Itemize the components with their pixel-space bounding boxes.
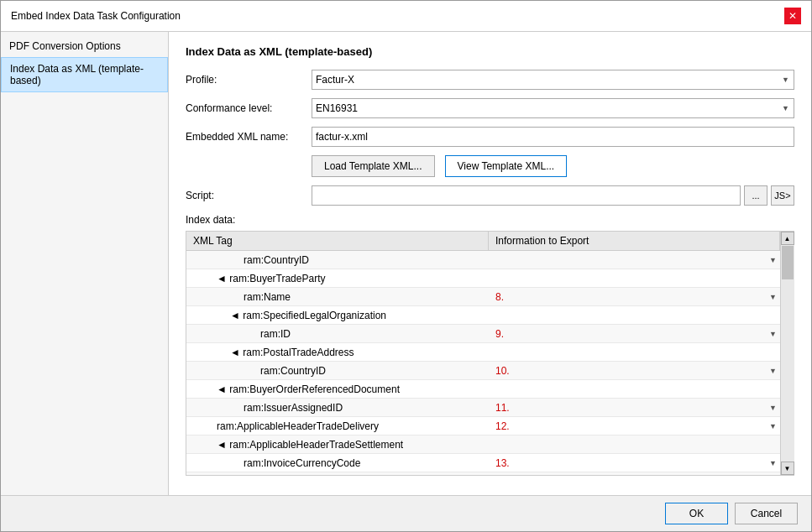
table-row[interactable]: ram:CountryID 10. ▼: [186, 362, 780, 380]
conformance-select[interactable]: EN16931 MINIMUM BASIC WL BASIC EXTENDED: [312, 98, 794, 118]
dropdown-arrow-icon: ▼: [769, 367, 777, 375]
cell-info: 8. ▼: [489, 289, 780, 305]
table-container: XML Tag Information to Export ram:Countr…: [186, 231, 794, 476]
cell-info: 12. ▼: [489, 419, 780, 434]
table-row[interactable]: ◄ ram:BuyerOrderReferencedDocument: [186, 380, 780, 399]
cell-xml-tag: ◄ ram:ApplicableHeaderTradeSettlement: [186, 437, 489, 452]
table-row[interactable]: ram:Name 8. ▼: [186, 288, 780, 306]
template-button-row: Load Template XML... View Template XML..…: [312, 155, 794, 177]
cell-xml-tag: ram:CountryID: [186, 253, 489, 268]
main-content: Index Data as XML (template-based) Profi…: [169, 32, 811, 495]
scroll-down-button[interactable]: ▼: [781, 462, 794, 475]
cell-info: [489, 314, 780, 317]
dialog-title: Embed Index Data Task Configuration: [11, 10, 181, 22]
section-title: Index Data as XML (template-based): [186, 45, 794, 58]
table-row[interactable]: ◄ ram:PostalTradeAddress: [186, 343, 780, 362]
close-button[interactable]: ✕: [784, 8, 801, 24]
cell-xml-tag: ◄ ram:PostalTradeAddress: [186, 345, 489, 360]
scroll-track: [781, 245, 794, 462]
embedded-xml-input[interactable]: [312, 127, 794, 147]
table-row[interactable]: ram:CountryID ▼: [186, 251, 780, 269]
script-input[interactable]: [312, 185, 741, 206]
table-row[interactable]: ram:InvoiceCurrencyCode 13. ▼: [186, 454, 780, 472]
index-data-table: XML Tag Information to Export ram:Countr…: [186, 232, 780, 475]
cell-xml-tag: ram:Name: [186, 289, 489, 305]
table-row[interactable]: ram:ApplicableHeaderTradeDelivery 12. ▼: [186, 417, 780, 436]
script-row: Script: ... JS>: [186, 185, 794, 206]
cell-info: [489, 277, 780, 280]
dropdown-arrow-icon: ▼: [769, 404, 777, 412]
index-data-label: Index data:: [186, 214, 794, 226]
cell-info: [489, 351, 780, 354]
cell-xml-tag: ram:ID: [186, 326, 489, 342]
profile-row: Profile: Factur-X ZUGFeRD Order-X: [186, 70, 794, 90]
cell-xml-tag: ram:InvoiceCurrencyCode: [186, 456, 489, 471]
view-template-button[interactable]: View Template XML...: [445, 155, 568, 177]
sidebar: PDF Conversion Options Index Data as XML…: [1, 32, 169, 495]
cell-xml-tag: ◄ ram:BuyerTradeParty: [186, 271, 489, 286]
conformance-label: Conformance level:: [186, 102, 312, 114]
cell-info: 11. ▼: [489, 400, 780, 415]
cell-xml-tag: ◄ ram:BuyerOrderReferencedDocument: [186, 382, 489, 397]
cell-info: 13. ▼: [489, 456, 780, 471]
table-row[interactable]: ram:IssuerAssignedID 11. ▼: [186, 399, 780, 417]
embedded-xml-row: Embedded XML name:: [186, 127, 794, 147]
ok-button[interactable]: OK: [665, 503, 728, 524]
scroll-up-button[interactable]: ▲: [781, 232, 794, 245]
dropdown-arrow-icon: ▼: [769, 330, 777, 338]
profile-label: Profile:: [186, 74, 312, 86]
sidebar-item-index-data-xml[interactable]: Index Data as XML (template-based): [1, 57, 168, 92]
load-template-button[interactable]: Load Template XML...: [312, 155, 435, 177]
sidebar-item-pdf-conversion[interactable]: PDF Conversion Options: [1, 35, 168, 57]
cell-info: ▼: [489, 254, 780, 266]
table-row[interactable]: ◄ ram:ApplicableHeaderTradeSettlement: [186, 436, 780, 454]
dropdown-arrow-icon: ▼: [769, 293, 777, 301]
cell-info: [489, 388, 780, 391]
table-scrollbar: ▲ ▼: [780, 232, 794, 475]
table-row[interactable]: ram:ID 9. ▼: [186, 325, 780, 343]
cell-xml-tag: ◄ ram:SpecifiedTradeSettlementHeaderMone…: [186, 475, 489, 476]
column-header-info-export: Information to Export: [489, 232, 780, 250]
table-header: XML Tag Information to Export: [186, 232, 780, 251]
title-bar: Embed Index Data Task Configuration ✕: [1, 1, 811, 32]
table-row[interactable]: ◄ ram:BuyerTradeParty: [186, 269, 780, 288]
cell-xml-tag: ram:IssuerAssignedID: [186, 400, 489, 415]
embedded-xml-label: Embedded XML name:: [186, 131, 312, 143]
script-js-button[interactable]: JS>: [771, 185, 794, 206]
cancel-button[interactable]: Cancel: [735, 503, 798, 524]
table-row[interactable]: ◄ ram:SpecifiedLegalOrganization: [186, 306, 780, 325]
table-row[interactable]: ◄ ram:SpecifiedTradeSettlementHeaderMone…: [186, 472, 780, 475]
dialog-footer: OK Cancel: [1, 495, 811, 531]
profile-select[interactable]: Factur-X ZUGFeRD Order-X: [312, 70, 794, 90]
dialog: Embed Index Data Task Configuration ✕ PD…: [0, 0, 812, 532]
dropdown-arrow-icon: ▼: [769, 256, 777, 264]
cell-info: 9. ▼: [489, 326, 780, 342]
cell-xml-tag: ram:CountryID: [186, 363, 489, 378]
script-label: Script:: [186, 190, 312, 201]
script-browse-button[interactable]: ...: [744, 185, 767, 206]
conformance-row: Conformance level: EN16931 MINIMUM BASIC…: [186, 98, 794, 118]
cell-info: [489, 443, 780, 446]
scroll-thumb[interactable]: [782, 246, 794, 279]
dropdown-arrow-icon: ▼: [769, 459, 777, 467]
column-header-xml-tag: XML Tag: [186, 232, 489, 250]
cell-info: 10. ▼: [489, 363, 780, 378]
cell-xml-tag: ram:ApplicableHeaderTradeDelivery: [186, 419, 489, 434]
script-input-wrapper: ... JS>: [312, 185, 794, 206]
dropdown-arrow-icon: ▼: [769, 422, 777, 430]
cell-xml-tag: ◄ ram:SpecifiedLegalOrganization: [186, 308, 489, 323]
dialog-body: PDF Conversion Options Index Data as XML…: [1, 32, 811, 495]
conformance-select-wrapper: EN16931 MINIMUM BASIC WL BASIC EXTENDED: [312, 98, 794, 118]
embedded-xml-input-wrapper: [312, 127, 794, 147]
profile-select-wrapper: Factur-X ZUGFeRD Order-X: [312, 70, 794, 90]
